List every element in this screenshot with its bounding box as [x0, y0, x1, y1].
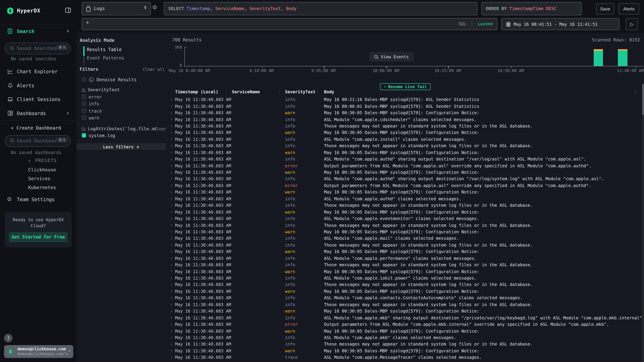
row-expand-icon[interactable]: › [170, 263, 175, 267]
log-row[interactable]: ›May 16 11:38:40.683 AMinfoThose message… [169, 202, 642, 209]
row-expand-icon[interactable]: › [170, 309, 175, 313]
save-button[interactable]: Save [596, 3, 614, 14]
row-expand-icon[interactable]: › [170, 216, 175, 221]
row-expand-icon[interactable]: › [170, 236, 175, 241]
row-expand-icon[interactable]: › [170, 124, 175, 128]
row-expand-icon[interactable]: › [170, 203, 175, 207]
search-query-input[interactable]: * SQL | Lucene [82, 18, 498, 30]
log-row[interactable]: ›May 16 11:38:40.683 AMinfoASL Module "c… [169, 215, 642, 222]
filter-checkbox-warn[interactable] [82, 115, 86, 120]
time-range-picker[interactable]: May 16 08:41:51 - May 16 11:41:51 [501, 18, 620, 30]
log-row[interactable]: ›May 16 11:38:40.683 AMwarnMay 16 00:30:… [169, 129, 642, 136]
denoise-checkbox[interactable] [82, 77, 86, 82]
log-row[interactable]: ›May 16 11:38:40.683 AMwarnMay 16 00:30:… [169, 288, 642, 295]
column-drag-handle-icon[interactable]: ⋮ [277, 90, 281, 94]
row-expand-icon[interactable]: › [170, 210, 175, 214]
log-row[interactable]: ›May 16 11:38:40.683 AMinfoASL Module "c… [169, 334, 642, 341]
create-dashboard-button[interactable]: + Create Dashboard [11, 125, 61, 131]
user-menu[interactable]: D demos@clickhouse.com demos@clickhouse.… [4, 345, 73, 358]
log-row[interactable]: ›May 16 11:38:40.683 AMerrorOutput param… [169, 162, 642, 169]
clear-all-filters-button[interactable]: Clear all [143, 67, 164, 72]
column-drag-handle-icon[interactable]: ⋮ [224, 90, 228, 94]
sidebar-collapse-icon[interactable] [65, 8, 71, 13]
log-row[interactable]: ›May 16 11:38:40.683 AMinfoASL Module "c… [169, 255, 642, 261]
scrollbar-thumb[interactable] [642, 84, 644, 115]
column-header-body[interactable]: Body [320, 89, 642, 96]
log-row[interactable]: ›May 16 11:38:40.683 AMtraceASL Module "… [169, 354, 642, 361]
view-events-button[interactable]: View Events [370, 52, 414, 61]
sql-mode-toggle[interactable]: SQL [458, 21, 466, 26]
log-row[interactable]: ›May 16 11:38:40.683 AMinfoThose message… [169, 341, 642, 348]
log-row[interactable]: ›May 16 11:38:40.683 AMwarnMay 16 00:30:… [169, 348, 642, 354]
lucene-mode-toggle[interactable]: Lucene [478, 21, 493, 26]
row-expand-icon[interactable]: › [170, 249, 175, 254]
log-row[interactable]: ›May 16 11:38:40.683 AMinfoASL Module "c… [169, 295, 642, 301]
log-row[interactable]: ›May 16 11:38:40.683 AMerrorOutput param… [169, 321, 642, 328]
row-expand-icon[interactable]: › [170, 289, 175, 293]
log-row[interactable]: ›May 16 11:38:40.683 AMinfoASL Module "c… [169, 314, 642, 321]
table-options-icon[interactable]: ⋮ [634, 90, 638, 94]
sidebar-item-search[interactable]: Search ∧ [0, 28, 76, 39]
get-started-button[interactable]: Get Started for Free [9, 232, 68, 242]
source-select[interactable]: Logs [82, 2, 151, 15]
row-expand-icon[interactable]: › [170, 342, 175, 346]
saved-searches-input[interactable]: Saved Searches ⌘ K [5, 43, 71, 54]
preset-item-services[interactable]: Services [0, 174, 76, 183]
row-expand-icon[interactable]: › [170, 223, 175, 227]
log-row[interactable]: ›May 16 11:38:40.683 AMinfoThose message… [169, 301, 642, 308]
column-header-servicename[interactable]: ServiceName⋮ [228, 89, 281, 96]
analysis-mode-results-table[interactable]: Results Table [87, 47, 122, 52]
log-row[interactable]: ›May 16 11:38:40.683 AMwarnMay 16 00:30:… [169, 149, 642, 156]
column-header-severitytext[interactable]: SeverityText⋮ [281, 89, 320, 96]
log-row[interactable]: ›May 16 11:38:40.683 AMinfoASL Module "c… [169, 195, 642, 202]
row-expand-icon[interactable]: › [170, 322, 175, 327]
alerts-button[interactable]: Alerts [619, 3, 639, 14]
vertical-scrollbar[interactable] [642, 83, 644, 362]
log-row[interactable]: ›May 16 11:38:40.683 AMinfoASL Module "c… [169, 175, 642, 182]
log-row[interactable]: ›May 16 11:38:40.683 AMinfoASL Module "c… [169, 136, 642, 142]
row-expand-icon[interactable]: › [170, 243, 175, 247]
filter-checkbox-system.log[interactable]: ✓ [82, 133, 86, 138]
log-row[interactable]: ›May 16 11:38:40.683 AMinfoThose message… [169, 123, 642, 129]
row-expand-icon[interactable]: › [170, 349, 175, 353]
row-expand-icon[interactable]: › [170, 130, 175, 135]
log-row[interactable]: ›May 16 11:38:40.683 AMinfoASL Module "c… [169, 235, 642, 242]
log-row[interactable]: ›May 16 11:38:40.683 AMwarnMay 16 00:30:… [169, 248, 642, 255]
presets-header[interactable]: ∨PRESETS [28, 158, 57, 163]
row-expand-icon[interactable]: › [170, 157, 175, 161]
row-expand-icon[interactable]: › [170, 355, 175, 360]
log-row[interactable]: ›May 16 11:38:40.683 AMinfoMay 16 00:06:… [169, 103, 642, 109]
row-expand-icon[interactable]: › [170, 269, 175, 274]
row-expand-icon[interactable]: › [170, 177, 175, 181]
help-button[interactable]: ? [4, 334, 12, 342]
row-expand-icon[interactable]: › [170, 143, 175, 148]
log-row[interactable]: ›May 16 11:38:40.683 AMinfoThose message… [169, 281, 642, 288]
clear-logattributes-button[interactable]: Clear [154, 127, 166, 131]
log-row[interactable]: ›May 16 11:38:40.683 AMwarnMay 16 00:30:… [169, 308, 642, 314]
row-expand-icon[interactable]: › [170, 315, 175, 320]
row-expand-icon[interactable]: › [170, 196, 175, 201]
log-row[interactable]: ›May 16 11:38:40.683 AMinfoThose message… [169, 142, 642, 149]
log-row[interactable]: ›May 16 11:38:40.683 AMinfoASL Module "c… [169, 156, 642, 162]
log-row[interactable]: ›May 16 11:38:40.683 AMinfoThose message… [169, 222, 642, 228]
column-drag-handle-icon[interactable]: ⋮ [316, 90, 320, 94]
log-row[interactable]: ›May 16 11:38:40.683 AMinfoASL Module "c… [169, 275, 642, 281]
sidebar-item-alerts[interactable]: Alerts [0, 83, 76, 93]
log-row[interactable]: ›May 16 11:38:40.683 AMinfoThose message… [169, 261, 642, 268]
sidebar-item-chart-explorer[interactable]: Chart Explorer [0, 69, 76, 79]
saved-dashboards-input[interactable]: Saved Dashboards ⌘ K [5, 135, 71, 147]
row-expand-icon[interactable]: › [170, 110, 175, 115]
row-expand-icon[interactable]: › [170, 163, 175, 168]
row-expand-icon[interactable]: › [170, 137, 175, 141]
run-query-button[interactable]: ▷ [626, 18, 638, 30]
row-expand-icon[interactable]: › [170, 282, 175, 287]
row-expand-icon[interactable]: › [170, 190, 175, 194]
resume-live-tail-button[interactable]: ⚡ Resume Live Tail [380, 83, 430, 90]
log-row[interactable]: ›May 16 11:38:40.683 AMinfoASL Module "c… [169, 116, 642, 123]
row-expand-icon[interactable]: › [170, 256, 175, 260]
sidebar-item-dashboards[interactable]: Dashboards ∧ [0, 111, 76, 121]
filter-checkbox-info[interactable] [82, 101, 86, 106]
order-by-input[interactable]: ORDER BY TimestampTime DESC [482, 2, 582, 15]
preset-item-clickhouse[interactable]: Clickhouse [0, 165, 76, 174]
filter-checkbox-error[interactable] [82, 94, 86, 99]
